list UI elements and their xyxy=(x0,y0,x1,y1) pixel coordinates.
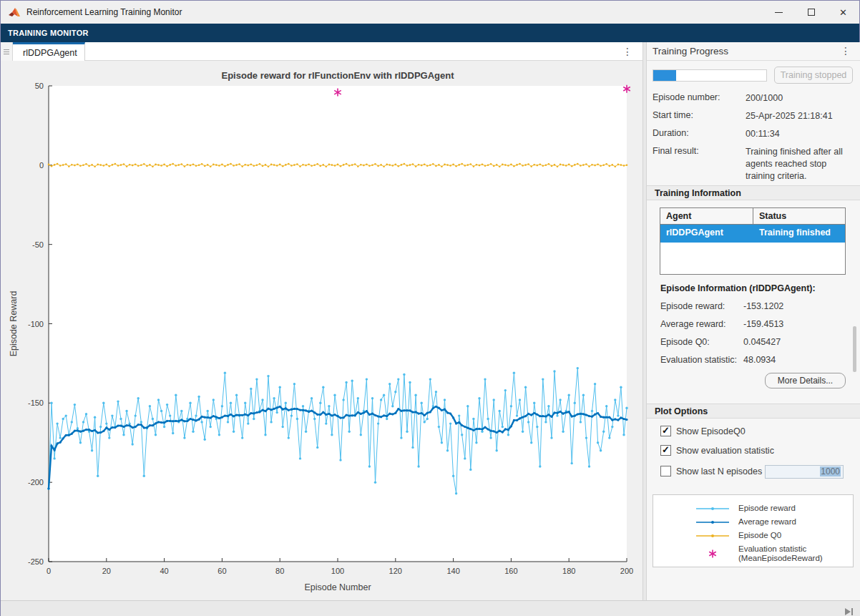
app-window: Reinforcement Learning Training Monitor … xyxy=(0,0,860,616)
progress-fill xyxy=(653,70,676,81)
legend-entries: Episode rewardAverage rewardEpisode Q0Ev… xyxy=(653,502,853,565)
duration-row: Duration: 00:11:34 xyxy=(653,128,856,140)
episode-number-row: Episode number: 200/1000 xyxy=(653,92,856,104)
evaluation-statistic-value: 48.0934 xyxy=(743,355,776,365)
training-progress-panel: Training Progress ⋮ Training stopped Epi… xyxy=(647,42,860,600)
svg-text:20: 20 xyxy=(102,567,111,575)
legend-label: Episode reward xyxy=(738,504,796,513)
matlab-logo-icon xyxy=(8,7,21,17)
svg-text:180: 180 xyxy=(562,567,575,575)
close-button[interactable]: ✕ xyxy=(827,1,859,24)
svg-text:140: 140 xyxy=(446,567,459,575)
legend-label: Episode Q0 xyxy=(738,531,781,540)
n-episodes-input[interactable]: 1000 xyxy=(765,465,844,479)
plot-option-row[interactable]: Show evaluation statistic xyxy=(660,445,774,456)
svg-text:120: 120 xyxy=(389,567,402,575)
tab-rlddpgagent[interactable]: rlDDPGAgent xyxy=(13,42,85,61)
panel-header: Training Progress ⋮ xyxy=(647,42,860,61)
legend-label: Evaluation statistic(MeanEpisodeReward) xyxy=(738,544,823,563)
training-stopped-label: Training stopped xyxy=(781,70,847,80)
show-evaluation-statistic-label: Show evaluation statistic xyxy=(676,446,774,456)
skip-to-end-icon[interactable] xyxy=(845,605,854,616)
episode-number-label: Episode number: xyxy=(653,92,746,104)
evaluation-statistic-row: Evaluation statistic: 48.0934 xyxy=(660,355,854,365)
show-episodeq0-label: Show EpisodeQ0 xyxy=(676,426,746,436)
final-result-label: Final result: xyxy=(653,146,746,182)
svg-text:40: 40 xyxy=(160,567,168,575)
final-result-value: Training finished after all agents reach… xyxy=(746,146,854,182)
average-reward-value: -159.4513 xyxy=(743,319,783,329)
legend-entry: Episode Q0 xyxy=(653,529,853,542)
minimize-button[interactable] xyxy=(763,1,795,24)
svg-text:Episode reward for rlFunctionE: Episode reward for rlFunctionEnv with rl… xyxy=(221,70,454,81)
panel-title: Training Progress xyxy=(653,46,728,57)
plot-options-header: Plot Options xyxy=(647,404,860,419)
episode-information-title: Episode Information (rlDDPGAgent): xyxy=(660,283,816,293)
more-details-button[interactable]: More Details... xyxy=(765,373,846,388)
training-information-header: Training Information xyxy=(647,185,860,200)
tab-training-monitor[interactable]: TRAINING MONITOR xyxy=(8,29,89,37)
plot-option-row[interactable]: Show EpisodeQ0 xyxy=(660,426,746,436)
svg-text:0: 0 xyxy=(47,567,51,575)
start-time-value: 25-Apr-2025 21:18:41 xyxy=(746,110,854,122)
show-episodeq0-checkbox[interactable] xyxy=(660,426,671,436)
agent-status-table: Agent Status rlDDPGAgent Training finish… xyxy=(660,207,846,275)
duration-label: Duration: xyxy=(653,128,746,140)
asterisk-marker-icon xyxy=(696,548,732,559)
chart-area: 500-50-100-150-200-250020406080100120140… xyxy=(1,61,642,600)
svg-text:Episode Reward: Episode Reward xyxy=(9,291,19,357)
legend-entry: Episode reward xyxy=(653,502,853,515)
panel-scrollbar-thumb[interactable] xyxy=(853,326,856,372)
status-cell: Training finished xyxy=(753,225,845,243)
svg-text:80: 80 xyxy=(275,567,284,575)
episode-q0-label: Episode Q0: xyxy=(660,337,743,347)
episode-reward-label: Episode reward: xyxy=(660,301,743,311)
episode-number-value: 200/1000 xyxy=(746,92,854,104)
svg-text:160: 160 xyxy=(504,567,517,575)
tab-label: rlDDPGAgent xyxy=(23,48,77,58)
episode-q0-row: Episode Q0: 0.045427 xyxy=(660,337,854,347)
final-result-row: Final result: Training finished after al… xyxy=(653,146,856,182)
training-progress-bar xyxy=(653,69,767,82)
show-last-n-episodes-checkbox[interactable] xyxy=(660,466,671,476)
legend-label: Average reward xyxy=(738,517,796,527)
training-stopped-button[interactable]: Training stopped xyxy=(774,67,853,84)
svg-text:100: 100 xyxy=(331,567,344,575)
duration-value: 00:11:34 xyxy=(746,128,854,140)
legend-entry: Average reward xyxy=(653,515,853,529)
status-column-header: Status xyxy=(753,208,845,224)
tab-strip-menu-icon[interactable]: ⋮ xyxy=(622,47,632,57)
start-time-row: Start time: 25-Apr-2025 21:18:41 xyxy=(653,110,856,122)
svg-text:-200: -200 xyxy=(28,478,44,487)
title-bar: Reinforcement Learning Training Monitor … xyxy=(1,1,859,24)
training-plot: 500-50-100-150-200-250020406080100120140… xyxy=(1,61,642,600)
svg-text:-100: -100 xyxy=(28,320,44,328)
episode-reward-value: -153.1202 xyxy=(743,301,783,311)
show-evaluation-statistic-checkbox[interactable] xyxy=(660,445,671,456)
status-bar xyxy=(1,600,860,616)
tab-grip-handle[interactable] xyxy=(1,42,13,61)
legend-entry: Evaluation statistic(MeanEpisodeReward) xyxy=(653,542,853,565)
table-header-row: Agent Status xyxy=(660,208,845,225)
start-time-label: Start time: xyxy=(653,110,746,122)
evaluation-statistic-label: Evaluation statistic: xyxy=(660,355,743,365)
n-episodes-value: 1000 xyxy=(820,466,841,476)
maximize-button[interactable] xyxy=(795,1,827,24)
average-reward-row: Average reward: -159.4513 xyxy=(660,319,854,329)
panel-menu-icon[interactable]: ⋮ xyxy=(841,46,851,56)
svg-text:-50: -50 xyxy=(32,240,44,249)
episode-q0-value: 0.045427 xyxy=(743,337,781,347)
episode-reward-row: Episode reward: -153.1202 xyxy=(660,301,854,311)
plot-option-row[interactable]: Show last N episodes xyxy=(660,466,762,476)
agent-cell: rlDDPGAgent xyxy=(660,225,753,243)
document-tab-strip: rlDDPGAgent ⋮ xyxy=(1,42,642,61)
svg-text:0: 0 xyxy=(39,161,44,170)
grip-lines-icon xyxy=(4,48,9,56)
svg-text:200: 200 xyxy=(620,567,633,575)
svg-text:-150: -150 xyxy=(28,399,44,407)
svg-text:60: 60 xyxy=(218,567,226,575)
toolstrip: TRAINING MONITOR xyxy=(1,24,859,42)
table-row[interactable]: rlDDPGAgent Training finished xyxy=(660,225,845,243)
more-details-label: More Details... xyxy=(778,376,833,386)
line-marker-icon xyxy=(696,519,732,526)
